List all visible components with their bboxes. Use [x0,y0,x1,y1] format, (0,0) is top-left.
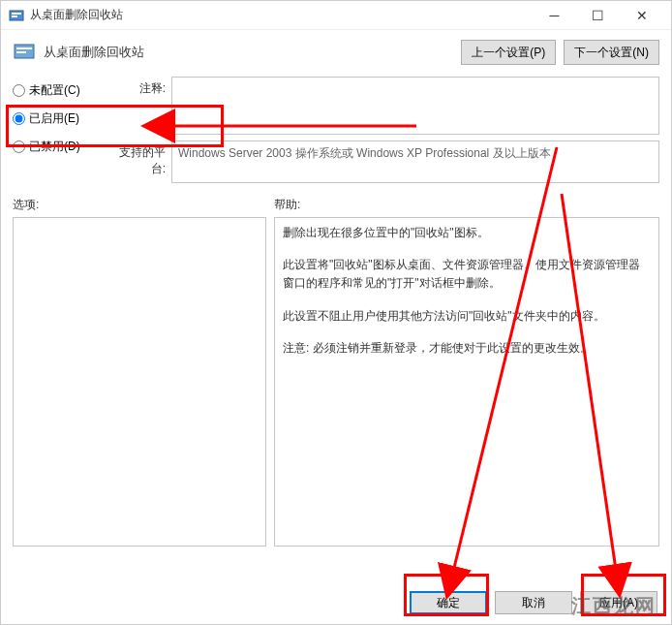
minimize-button[interactable]: ─ [533,1,576,30]
right-column: 注释: 支持的平台: Windows Server 2003 操作系统或 Win… [107,77,659,183]
help-column: 帮助: 删除出现在很多位置中的"回收站"图标。 此设置将"回收站"图标从桌面、文… [274,197,659,547]
radio-enabled[interactable]: 已启用(E) [13,110,100,127]
header-row: 从桌面删除回收站 上一个设置(P) 下一个设置(N) [1,30,671,73]
mid-row: 选项: 帮助: 删除出现在很多位置中的"回收站"图标。 此设置将"回收站"图标从… [1,183,671,550]
cancel-button[interactable]: 取消 [495,591,572,614]
comment-label: 注释: [107,77,166,97]
help-p4: 注意: 必须注销并重新登录，才能使对于此设置的更改生效。 [283,339,651,358]
policy-icon [13,41,36,64]
options-label: 选项: [13,197,266,213]
svg-rect-4 [16,47,32,49]
window-title: 从桌面删除回收站 [30,7,533,23]
help-label: 帮助: [274,197,659,213]
apply-button[interactable]: 应用(A) [580,591,657,614]
platform-label: 支持的平台: [107,141,166,177]
ok-button[interactable]: 确定 [410,591,487,614]
help-p3: 此设置不阻止用户使用其他方法访问"回收站"文件夹中的内容。 [283,307,651,326]
policy-name-label: 从桌面删除回收站 [44,44,453,61]
svg-rect-2 [12,16,17,17]
radio-not-configured-input[interactable] [13,84,25,97]
options-column: 选项: [13,197,266,547]
help-p1: 删除出现在很多位置中的"回收站"图标。 [283,224,651,242]
close-button[interactable]: ✕ [620,1,663,30]
help-box: 删除出现在很多位置中的"回收站"图标。 此设置将"回收站"图标从桌面、文件资源管… [274,217,659,547]
svg-rect-5 [16,51,26,53]
platform-text: Windows Server 2003 操作系统或 Windows XP Pro… [178,146,551,160]
options-box [13,217,266,547]
radio-disabled-input[interactable] [13,141,25,153]
prev-setting-button[interactable]: 上一个设置(P) [461,40,556,65]
radio-enabled-input[interactable] [13,112,25,125]
radio-disabled[interactable]: 已禁用(D) [13,139,100,155]
comment-textarea[interactable] [171,77,659,135]
radio-disabled-label: 已禁用(D) [29,139,80,155]
radio-group: 未配置(C) 已启用(E) 已禁用(D) [13,77,100,183]
config-row: 未配置(C) 已启用(E) 已禁用(D) 注释: 支持的平台: Windows … [1,73,671,183]
next-setting-button[interactable]: 下一个设置(N) [564,40,659,65]
help-p2: 此设置将"回收站"图标从桌面、文件资源管理器、使用文件资源管理器窗口的程序和常见… [283,256,651,293]
app-icon [9,8,24,23]
radio-not-configured-label: 未配置(C) [29,82,80,99]
window-controls: ─ ☐ ✕ [533,1,663,30]
radio-enabled-label: 已启用(E) [29,110,79,127]
footer: 确定 取消 应用(A) [1,581,671,624]
policy-editor-window: 从桌面删除回收站 ─ ☐ ✕ 从桌面删除回收站 上一个设置(P) 下一个设置(N… [0,0,672,625]
maximize-button[interactable]: ☐ [576,1,620,30]
radio-not-configured[interactable]: 未配置(C) [13,82,100,99]
platform-box: Windows Server 2003 操作系统或 Windows XP Pro… [171,141,659,183]
titlebar: 从桌面删除回收站 ─ ☐ ✕ [1,1,671,30]
svg-rect-1 [12,13,21,15]
